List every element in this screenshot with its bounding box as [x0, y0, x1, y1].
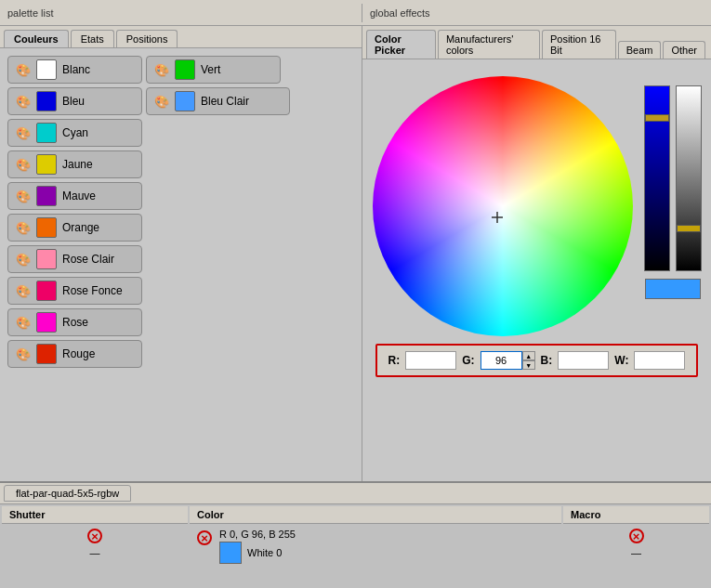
palette-icon-cyan: 🎨: [16, 126, 31, 140]
swatch-bleu: [36, 91, 57, 111]
color-label-rose-fonce: Rose Fonce: [62, 284, 123, 297]
color-row-orange: 🎨 Orange: [7, 214, 354, 242]
swatch-rose-clair: [36, 249, 57, 269]
color-label-orange: Orange: [62, 221, 99, 234]
gray-slider-thumb: [677, 225, 701, 232]
color-row-rose-clair: 🎨 Rose Clair: [7, 245, 354, 273]
color-label-blanc: Blanc: [62, 63, 90, 76]
color-btn-vert[interactable]: 🎨 Vert: [146, 56, 281, 84]
swatch-rouge: [36, 344, 57, 364]
bottom-table: Shutter Color Macro × — ×: [0, 504, 711, 568]
color-wheel-svg: [373, 76, 633, 336]
rgb-input-row: R: G: ▲ ▼ B: W:: [375, 344, 699, 377]
col-shutter: Shutter: [2, 506, 188, 524]
shutter-icon: ×: [87, 529, 102, 543]
color-label-rose: Rose: [62, 316, 88, 329]
color-result-bar: [645, 279, 701, 299]
color-btn-cyan[interactable]: 🎨 Cyan: [7, 119, 142, 147]
macro-cell: × —: [563, 526, 709, 567]
shutter-dash: —: [90, 547, 100, 558]
color-btn-rose[interactable]: 🎨 Rose: [7, 308, 142, 336]
w-input[interactable]: [634, 351, 685, 370]
color-btn-rose-fonce[interactable]: 🎨 Rose Fonce: [7, 277, 142, 305]
tab-color-picker[interactable]: Color Picker: [366, 30, 436, 59]
color-label-bleu: Bleu: [62, 95, 85, 108]
palette-icon-rose-fonce: 🎨: [16, 284, 31, 298]
g-input-group: ▲ ▼: [481, 351, 535, 370]
col-color: Color: [190, 506, 561, 524]
main-area: Couleurs Etats Positions 🎨 Blanc 🎨 Vert: [0, 26, 711, 481]
color-row-1: 🎨 Blanc 🎨 Vert: [7, 56, 354, 84]
bottom-panel: flat-par-quad-5x5-rgbw Shutter Color Mac…: [0, 481, 711, 588]
tab-etats[interactable]: Etats: [71, 30, 114, 47]
color-btn-rouge[interactable]: 🎨 Rouge: [7, 340, 142, 368]
bottom-tab-bar: flat-par-quad-5x5-rgbw: [0, 483, 711, 504]
wheel-wrapper: [373, 76, 702, 336]
color-btn-bleu-clair[interactable]: 🎨 Bleu Clair: [146, 87, 290, 115]
blue-slider[interactable]: [644, 85, 670, 271]
g-spin-up[interactable]: ▲: [522, 351, 535, 360]
tab-manufacturers-colors[interactable]: Manufacturers' colors: [438, 30, 540, 59]
color-btn-blanc[interactable]: 🎨 Blanc: [7, 56, 142, 84]
color-row-rose: 🎨 Rose: [7, 308, 354, 336]
left-panel: Couleurs Etats Positions 🎨 Blanc 🎨 Vert: [0, 26, 362, 481]
macro-dash: —: [631, 547, 641, 558]
global-effects-label: global effects: [362, 4, 438, 22]
color-btn-rose-clair[interactable]: 🎨 Rose Clair: [7, 245, 142, 273]
color-btn-bleu[interactable]: 🎨 Bleu: [7, 87, 142, 115]
slider-pair: [644, 85, 702, 271]
tab-couleurs[interactable]: Couleurs: [4, 30, 69, 47]
left-tabs: Couleurs Etats Positions: [0, 26, 362, 48]
g-spinners: ▲ ▼: [522, 351, 535, 370]
bottom-tab-fixture[interactable]: flat-par-quad-5x5-rgbw: [4, 485, 131, 502]
palette-icon-jaune: 🎨: [16, 158, 31, 172]
right-panel: Color Picker Manufacturers' colors Posit…: [362, 26, 711, 481]
g-spin-down[interactable]: ▼: [522, 360, 535, 370]
color-list: 🎨 Blanc 🎨 Vert 🎨 Bleu: [0, 48, 362, 375]
swatch-vert: [175, 59, 195, 80]
shutter-cell: × —: [2, 526, 188, 567]
tab-other[interactable]: Other: [663, 41, 705, 59]
color-wheel-wrapper[interactable]: [373, 76, 633, 336]
right-tabs: Color Picker Manufacturers' colors Posit…: [362, 26, 711, 59]
g-label: G:: [462, 354, 474, 367]
gray-slider[interactable]: [676, 85, 702, 271]
swatch-cyan: [36, 123, 57, 143]
b-label: B:: [541, 354, 553, 367]
color-label-vert: Vert: [201, 63, 220, 76]
color-row-cyan: 🎨 Cyan: [7, 119, 354, 147]
tab-position-16bit[interactable]: Position 16 Bit: [542, 30, 616, 59]
palette-list-label: palette list: [0, 4, 362, 22]
swatch-orange: [36, 217, 57, 238]
tab-beam[interactable]: Beam: [618, 41, 662, 59]
top-bar: palette list global effects: [0, 0, 711, 26]
color-rgb-text: R 0, G 96, B 255: [219, 529, 296, 540]
color-btn-jaune[interactable]: 🎨 Jaune: [7, 150, 142, 178]
color-white-text: White 0: [247, 547, 282, 558]
r-input[interactable]: [405, 351, 456, 370]
b-input[interactable]: [558, 351, 609, 370]
swatch-jaune: [36, 154, 57, 175]
color-remove-icon: ×: [197, 530, 212, 545]
w-label: W:: [614, 354, 628, 367]
color-btn-orange[interactable]: 🎨 Orange: [7, 214, 142, 242]
color-swatch-bottom: [219, 542, 242, 564]
color-row-jaune: 🎨 Jaune: [7, 150, 354, 178]
palette-icon-vert: 🎨: [154, 63, 169, 77]
color-label-rouge: Rouge: [62, 347, 95, 360]
palette-icon-rouge: 🎨: [16, 347, 31, 361]
color-btn-mauve[interactable]: 🎨 Mauve: [7, 182, 142, 210]
palette-icon-bleu: 🎨: [16, 95, 31, 109]
g-input[interactable]: [481, 351, 522, 370]
swatch-mauve: [36, 186, 57, 206]
col-macro: Macro: [563, 506, 709, 524]
color-label-rose-clair: Rose Clair: [62, 253, 114, 266]
palette-icon: 🎨: [16, 63, 31, 77]
color-row-mauve: 🎨 Mauve: [7, 182, 354, 210]
swatch-blanc: [36, 59, 57, 80]
swatch-rose-fonce: [36, 281, 57, 301]
palette-icon-bleu-clair: 🎨: [154, 95, 169, 109]
sliders-container: [644, 76, 702, 299]
tab-positions[interactable]: Positions: [116, 30, 178, 47]
macro-icon: ×: [629, 529, 644, 543]
